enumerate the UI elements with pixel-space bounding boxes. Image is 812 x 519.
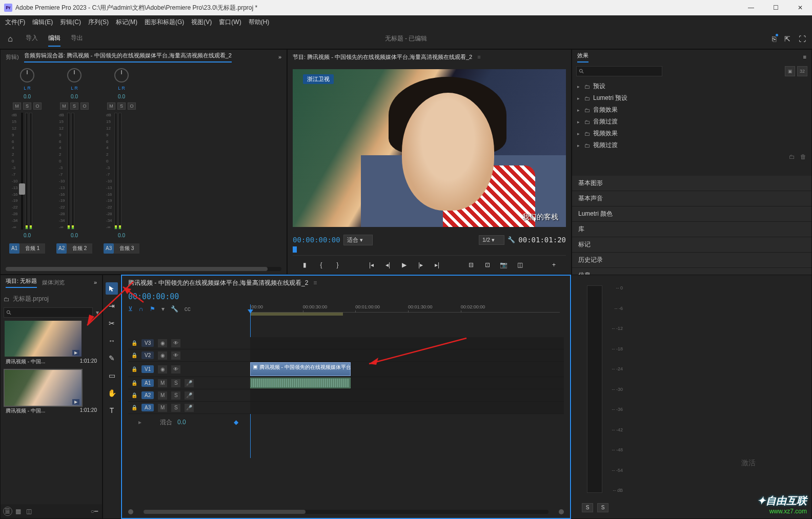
- expand-arrow-icon[interactable]: ▸: [577, 131, 581, 136]
- maximize-button[interactable]: ☐: [768, 3, 783, 13]
- lock-icon[interactable]: 🔒: [131, 352, 137, 358]
- toggle-output-icon[interactable]: ◉: [158, 351, 167, 360]
- track-lane[interactable]: [250, 349, 564, 361]
- mute-icon[interactable]: M: [158, 404, 167, 412]
- go-to-out-icon[interactable]: ▸|: [433, 261, 442, 268]
- side-panel-tab[interactable]: 标记: [572, 237, 811, 253]
- effects-folder[interactable]: ▸ 🗀 预设: [572, 80, 811, 92]
- project-media-item[interactable]: ▶ 腾讯视频 - 中国... 1:01:20: [5, 370, 98, 416]
- voice-icon[interactable]: 🎤: [185, 379, 194, 387]
- menu-sequence[interactable]: 序列(S): [88, 18, 109, 27]
- toggle-sync-icon[interactable]: 👁: [171, 351, 180, 360]
- expand-arrow-icon[interactable]: ▸: [577, 84, 581, 89]
- project-media-item[interactable]: ▶ 腾讯视频 - 中国... 1:01:20: [5, 321, 98, 367]
- mixer-tab-clip[interactable]: 剪辑): [6, 53, 19, 61]
- lock-icon[interactable]: 🔒: [131, 405, 137, 410]
- extract-icon[interactable]: ⊡: [483, 261, 492, 268]
- resolution-select[interactable]: 1/2 ▾: [479, 235, 504, 245]
- freeform-view-icon[interactable]: ◫: [26, 508, 32, 515]
- expand-arrow-icon[interactable]: ▸: [577, 143, 581, 148]
- add-marker-tl-icon[interactable]: ⚑: [150, 305, 155, 313]
- track-lane[interactable]: [250, 402, 564, 413]
- track-selector[interactable]: V2: [141, 351, 154, 359]
- filter-icon[interactable]: ▾: [96, 309, 99, 316]
- home-icon[interactable]: ⌂: [0, 34, 21, 44]
- s-button[interactable]: S: [117, 102, 126, 110]
- program-video-frame[interactable]: 浙江卫视 我们的客栈: [293, 69, 566, 227]
- channel-id[interactable]: A2: [56, 243, 67, 254]
- o-button[interactable]: O: [33, 102, 42, 110]
- side-panel-tab[interactable]: 库: [572, 222, 811, 237]
- track-lane[interactable]: [250, 389, 564, 401]
- track-lane[interactable]: ▣ 腾讯视频 - 中国领先的在线视频媒体平台,海量高清: [250, 362, 564, 377]
- channel-id[interactable]: A3: [104, 243, 114, 254]
- m-button[interactable]: M: [107, 102, 115, 110]
- track-selector[interactable]: V1: [141, 365, 154, 373]
- linked-selection-icon[interactable]: ∩: [139, 305, 144, 313]
- tl-wrench-icon[interactable]: 🔧: [171, 305, 178, 313]
- menu-graphics[interactable]: 图形和标题(G): [145, 18, 184, 27]
- o-button[interactable]: O: [80, 102, 89, 110]
- effects-menu-icon[interactable]: ≡: [803, 54, 806, 60]
- creative-cloud-icon[interactable]: ∞: [3, 507, 12, 516]
- track-selector[interactable]: A1: [141, 379, 154, 387]
- zoom-slider-icon[interactable]: ○━: [91, 508, 98, 515]
- toggle-output-icon[interactable]: ◉: [158, 339, 167, 347]
- bin-icon[interactable]: 🗀: [4, 296, 10, 303]
- track-selector[interactable]: A3: [141, 404, 154, 411]
- solo-left-button[interactable]: S: [582, 503, 593, 512]
- icon-view-icon[interactable]: ▦: [15, 508, 21, 515]
- mute-icon[interactable]: M: [158, 379, 167, 387]
- voice-icon[interactable]: 🎤: [185, 404, 194, 412]
- pan-knob[interactable]: [114, 68, 129, 82]
- track-select-tool[interactable]: ⇥: [106, 300, 118, 312]
- share-icon[interactable]: ⇱: [784, 35, 790, 43]
- slip-tool[interactable]: ↔: [106, 335, 118, 347]
- type-tool[interactable]: T: [106, 404, 118, 417]
- effects-folder[interactable]: ▸ 🗀 Lumetri 预设: [572, 92, 811, 104]
- solo-icon[interactable]: S: [171, 379, 180, 387]
- side-panel-tab[interactable]: Lumetri 颜色: [572, 206, 811, 222]
- step-back-icon[interactable]: ◂|: [383, 261, 393, 268]
- voice-icon[interactable]: 🎤: [185, 391, 194, 400]
- fullscreen-icon[interactable]: ⛶: [799, 35, 806, 43]
- timeline-ruler[interactable]: :00:0000:00:30:0000:01:00:0000:01:30:000…: [250, 304, 560, 313]
- keyframe-icon[interactable]: ◆: [234, 419, 238, 426]
- step-forward-icon[interactable]: |▸: [416, 261, 425, 268]
- channel-id[interactable]: A1: [9, 243, 19, 254]
- program-scrubber[interactable]: [293, 247, 566, 256]
- mark-in-icon[interactable]: {: [317, 261, 326, 268]
- expand-arrow-icon[interactable]: ▸: [577, 96, 581, 101]
- effects-folder[interactable]: ▸ 🗀 视频过渡: [572, 139, 811, 151]
- effects-badge-1[interactable]: ▣: [785, 66, 795, 76]
- project-search-input[interactable]: [4, 307, 93, 318]
- pan-value[interactable]: 0.0: [71, 94, 78, 99]
- fader-value[interactable]: 0.0: [24, 233, 31, 238]
- hand-tool[interactable]: ✋: [106, 387, 118, 399]
- audio-clip[interactable]: [250, 378, 351, 388]
- mixer-scrollbar[interactable]: [6, 267, 268, 271]
- mix-value[interactable]: 0.0: [177, 419, 208, 426]
- pan-knob[interactable]: [67, 68, 82, 82]
- lock-icon[interactable]: 🔒: [131, 380, 137, 386]
- solo-right-button[interactable]: S: [597, 503, 608, 512]
- menu-window[interactable]: 窗口(W): [219, 18, 241, 27]
- effects-title[interactable]: 效果: [577, 52, 588, 63]
- menu-help[interactable]: 帮助(H): [249, 18, 270, 27]
- menu-file[interactable]: 文件(F): [5, 18, 25, 27]
- s-button[interactable]: S: [23, 102, 31, 110]
- video-clip[interactable]: ▣ 腾讯视频 - 中国领先的在线视频媒体平台,海量高清: [250, 362, 351, 376]
- lock-icon[interactable]: 🔒: [131, 392, 137, 398]
- side-panel-tab[interactable]: 基本图形: [572, 176, 811, 191]
- effects-folder[interactable]: ▸ 🗀 音频过渡: [572, 116, 811, 128]
- timeline-h-scrollbar[interactable]: [144, 510, 549, 514]
- workspace-edit[interactable]: 编辑: [48, 31, 60, 47]
- workspace-export[interactable]: 导出: [71, 31, 83, 47]
- solo-icon[interactable]: S: [171, 404, 180, 412]
- pan-knob[interactable]: [20, 68, 34, 82]
- m-button[interactable]: M: [13, 102, 21, 110]
- mix-expand-icon[interactable]: ▸: [138, 419, 141, 426]
- toggle-sync-icon[interactable]: 👁: [171, 339, 180, 347]
- track-lane[interactable]: [250, 337, 564, 349]
- snap-icon[interactable]: ⊻: [128, 305, 133, 313]
